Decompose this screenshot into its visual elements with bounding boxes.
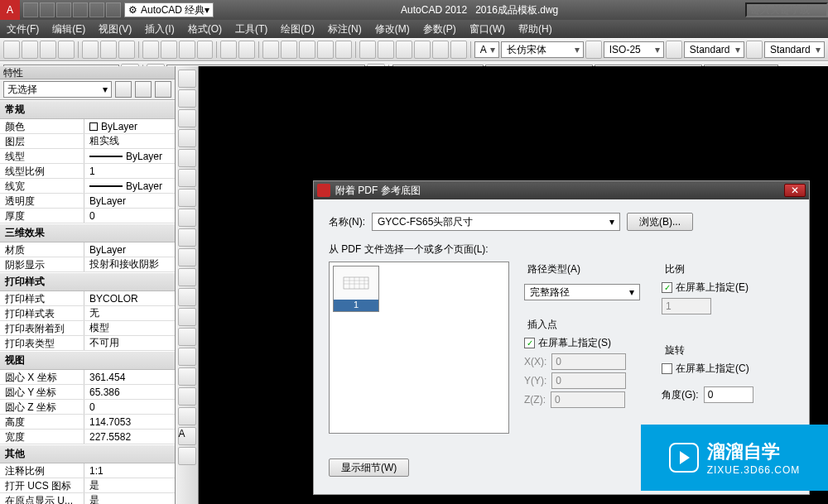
dimstyle-combo[interactable]: ISO-25 bbox=[604, 41, 664, 58]
std-match-icon[interactable] bbox=[197, 41, 214, 59]
std-calc-icon[interactable] bbox=[450, 41, 467, 59]
tablestyle1-combo[interactable]: Standard bbox=[684, 41, 744, 58]
prop-row[interactable]: 打印样式BYCOLOR bbox=[0, 291, 175, 306]
prop-value[interactable]: BYCOLOR bbox=[84, 291, 175, 305]
qat-plot-icon[interactable] bbox=[106, 2, 121, 17]
search-input[interactable] bbox=[745, 2, 828, 17]
line-tool-icon[interactable] bbox=[178, 70, 196, 88]
std-zoomext-icon[interactable] bbox=[317, 41, 334, 59]
prop-row[interactable]: 打印样式表无 bbox=[0, 306, 175, 321]
name-combo[interactable]: GYCC-FS65头部尺寸 bbox=[372, 213, 620, 231]
spline-tool-icon[interactable] bbox=[178, 228, 196, 247]
addselected-tool-icon[interactable] bbox=[178, 447, 196, 465]
std-save-icon[interactable] bbox=[40, 41, 56, 59]
dimstyle-btn-icon[interactable] bbox=[666, 41, 682, 59]
prop-row[interactable]: 打印表附着到模型 bbox=[0, 321, 175, 336]
std-copy-icon[interactable] bbox=[161, 41, 177, 59]
menu-modify[interactable]: 修改(M) bbox=[368, 22, 416, 36]
prop-value[interactable]: 1:1 bbox=[84, 463, 175, 478]
selection-combo[interactable]: 无选择 bbox=[3, 81, 112, 98]
prop-value[interactable]: ByLayer bbox=[84, 149, 175, 163]
prop-value[interactable]: 无 bbox=[84, 306, 175, 320]
section-header[interactable]: 打印样式 bbox=[0, 272, 175, 291]
page-listbox[interactable]: 1 bbox=[329, 262, 509, 434]
prop-value[interactable]: 0 bbox=[84, 400, 175, 414]
prop-row[interactable]: 圆心 Y 坐标65.386 bbox=[0, 385, 175, 400]
block-tool-icon[interactable] bbox=[178, 308, 196, 326]
rectangle-tool-icon[interactable] bbox=[178, 149, 196, 167]
textstyle-btn-icon[interactable] bbox=[585, 41, 602, 59]
std-toolpal-icon[interactable] bbox=[396, 41, 412, 59]
prop-value[interactable]: 是 bbox=[84, 493, 175, 504]
details-button[interactable]: 显示细节(W) bbox=[329, 458, 409, 477]
textstyle-combo[interactable]: 长仿宋体 bbox=[501, 41, 584, 58]
prop-row[interactable]: 图层粗实线 bbox=[0, 134, 175, 149]
prop-row[interactable]: 打开 UCS 图标是 bbox=[0, 478, 175, 493]
prop-row[interactable]: 材质ByLayer bbox=[0, 242, 175, 257]
annoscale-combo[interactable]: A bbox=[474, 41, 499, 58]
ellipsearc-tool-icon[interactable] bbox=[178, 268, 196, 286]
prop-value[interactable]: 投射和接收阴影 bbox=[84, 257, 175, 271]
section-header[interactable]: 其他 bbox=[0, 444, 175, 463]
workspace-combo[interactable]: ⚙ AutoCAD 经典 ▾ bbox=[124, 2, 214, 17]
prop-value[interactable]: 361.454 bbox=[84, 370, 175, 384]
selectobj-icon[interactable] bbox=[135, 81, 152, 98]
dialog-titlebar[interactable]: 附着 PDF 参考底图 ✕ bbox=[314, 181, 809, 199]
prop-value[interactable]: ByLayer bbox=[84, 194, 175, 208]
menu-window[interactable]: 窗口(W) bbox=[463, 22, 512, 36]
prop-value[interactable]: 不可用 bbox=[84, 336, 175, 350]
menu-insert[interactable]: 插入(I) bbox=[138, 22, 181, 36]
polygon-tool-icon[interactable] bbox=[178, 129, 196, 147]
std-saveas-icon[interactable] bbox=[58, 41, 75, 59]
std-zoom-icon[interactable] bbox=[281, 41, 297, 59]
rotation-onscreen-checkbox[interactable]: 在屏幕上指定(C) bbox=[662, 362, 794, 376]
prop-value[interactable]: ByLayer bbox=[84, 119, 175, 133]
arc-tool-icon[interactable] bbox=[178, 169, 196, 187]
prop-value[interactable]: 1 bbox=[84, 164, 175, 178]
table-tool-icon[interactable] bbox=[178, 407, 196, 425]
std-cut-icon[interactable] bbox=[142, 41, 159, 59]
prop-value[interactable]: 模型 bbox=[84, 321, 175, 335]
polyline-tool-icon[interactable] bbox=[178, 109, 196, 127]
close-icon[interactable]: ✕ bbox=[784, 184, 806, 197]
scale-onscreen-checkbox[interactable]: 在屏幕上指定(E) bbox=[662, 281, 794, 295]
std-dcenter-icon[interactable] bbox=[378, 41, 394, 59]
prop-value[interactable]: 65.386 bbox=[84, 385, 175, 399]
qat-save-icon[interactable] bbox=[56, 2, 71, 17]
prop-row[interactable]: 打印表类型不可用 bbox=[0, 336, 175, 351]
app-logo-icon[interactable]: A bbox=[0, 0, 20, 20]
menu-param[interactable]: 参数(P) bbox=[416, 22, 463, 36]
tablestyle2-combo[interactable]: Standard bbox=[764, 41, 825, 58]
path-type-combo[interactable]: 完整路径 bbox=[524, 284, 640, 300]
prop-row[interactable]: 在原点显示 U...是 bbox=[0, 493, 175, 504]
std-zoomprev-icon[interactable] bbox=[335, 41, 352, 59]
prop-row[interactable]: 线宽ByLayer bbox=[0, 179, 175, 194]
prop-row[interactable]: 圆心 Z 坐标0 bbox=[0, 400, 175, 415]
hatch-tool-icon[interactable] bbox=[178, 348, 196, 366]
prop-value[interactable]: ByLayer bbox=[84, 179, 175, 193]
prop-row[interactable]: 阴影显示投射和接收阴影 bbox=[0, 257, 175, 272]
prop-row[interactable]: 颜色ByLayer bbox=[0, 119, 175, 134]
std-pan-icon[interactable] bbox=[262, 41, 279, 59]
prop-value[interactable]: 227.5582 bbox=[84, 430, 175, 444]
prop-row[interactable]: 注释比例1:1 bbox=[0, 463, 175, 478]
circle-tool-icon[interactable] bbox=[178, 189, 196, 207]
insert-onscreen-checkbox[interactable]: 在屏幕上指定(S) bbox=[524, 336, 647, 350]
std-open-icon[interactable] bbox=[22, 41, 38, 59]
section-header[interactable]: 三维效果 bbox=[0, 223, 175, 242]
gradient-tool-icon[interactable] bbox=[178, 367, 196, 386]
browse-button[interactable]: 浏览(B)... bbox=[627, 213, 693, 231]
menu-dim[interactable]: 标注(N) bbox=[321, 22, 368, 36]
std-props-icon[interactable] bbox=[359, 41, 376, 59]
point-tool-icon[interactable] bbox=[178, 328, 196, 346]
std-zoomwin-icon[interactable] bbox=[299, 41, 315, 59]
prop-row[interactable]: 厚度0 bbox=[0, 209, 175, 223]
std-plot-icon[interactable] bbox=[82, 41, 99, 59]
revcloud-tool-icon[interactable] bbox=[178, 209, 196, 227]
ellipse-tool-icon[interactable] bbox=[178, 248, 196, 266]
prop-value[interactable]: 114.7053 bbox=[84, 415, 175, 429]
prop-value[interactable]: ByLayer bbox=[84, 242, 175, 257]
prop-row[interactable]: 圆心 X 坐标361.454 bbox=[0, 370, 175, 385]
section-header[interactable]: 常规 bbox=[0, 100, 175, 119]
prop-value[interactable]: 0 bbox=[84, 209, 175, 223]
